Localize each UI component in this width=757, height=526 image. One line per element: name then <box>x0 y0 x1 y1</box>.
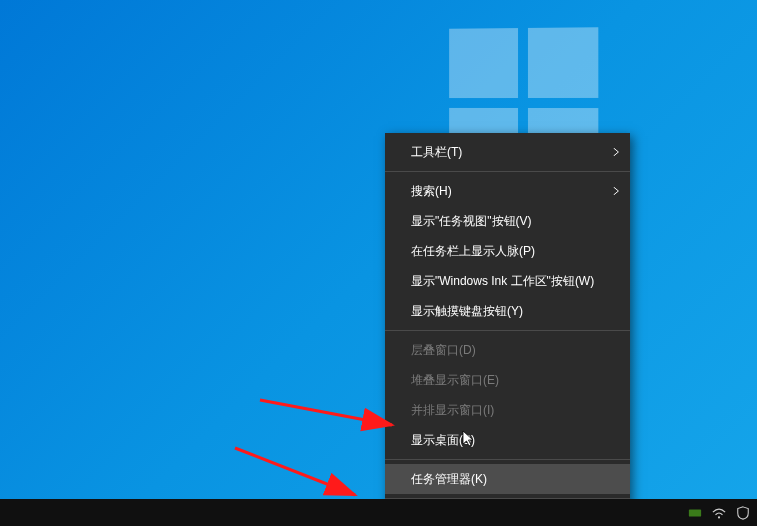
menu-item-label: 显示"Windows Ink 工作区"按钮(W) <box>411 273 594 290</box>
menu-item-label: 堆叠显示窗口(E) <box>411 372 499 389</box>
menu-item-label: 并排显示窗口(I) <box>411 402 494 419</box>
menu-item-label: 显示触摸键盘按钮(Y) <box>411 303 523 320</box>
menu-separator <box>385 171 630 172</box>
desktop[interactable]: 工具栏(T) 搜索(H) 显示"任务视图"按钮(V) 在任务栏上显示人脉(P) … <box>0 0 757 526</box>
menu-item-label: 显示"任务视图"按钮(V) <box>411 213 532 230</box>
chevron-right-icon <box>612 184 620 198</box>
menu-item-cascade-windows: 层叠窗口(D) <box>385 335 630 365</box>
menu-item-show-desktop[interactable]: 显示桌面(S) <box>385 425 630 455</box>
menu-item-show-taskview[interactable]: 显示"任务视图"按钮(V) <box>385 206 630 236</box>
annotation-arrow <box>245 395 385 465</box>
tray-network-icon[interactable] <box>711 505 727 521</box>
menu-item-stacked-windows: 堆叠显示窗口(E) <box>385 365 630 395</box>
menu-item-label: 层叠窗口(D) <box>411 342 476 359</box>
menu-item-label: 搜索(H) <box>411 183 452 200</box>
svg-line-13 <box>235 448 355 495</box>
menu-item-label: 显示桌面(S) <box>411 432 475 449</box>
chevron-right-icon <box>612 145 620 159</box>
menu-item-label: 工具栏(T) <box>411 144 462 161</box>
menu-separator <box>385 330 630 331</box>
menu-item-show-touch-keyboard[interactable]: 显示触摸键盘按钮(Y) <box>385 296 630 326</box>
annotation-arrows-layer <box>0 0 757 526</box>
svg-line-12 <box>260 400 392 425</box>
menu-item-label: 在任务栏上显示人脉(P) <box>411 243 535 260</box>
menu-separator <box>385 459 630 460</box>
tray-nvidia-icon[interactable] <box>687 505 703 521</box>
menu-item-show-people[interactable]: 在任务栏上显示人脉(P) <box>385 236 630 266</box>
svg-point-10 <box>718 516 720 518</box>
menu-item-sidebyside-windows: 并排显示窗口(I) <box>385 395 630 425</box>
menu-item-search[interactable]: 搜索(H) <box>385 176 630 206</box>
menu-item-toolbars[interactable]: 工具栏(T) <box>385 137 630 167</box>
menu-item-show-ink[interactable]: 显示"Windows Ink 工作区"按钮(W) <box>385 266 630 296</box>
menu-item-task-manager[interactable]: 任务管理器(K) <box>385 464 630 494</box>
tray-security-icon[interactable] <box>735 505 751 521</box>
menu-item-label: 任务管理器(K) <box>411 471 487 488</box>
taskbar-context-menu: 工具栏(T) 搜索(H) 显示"任务视图"按钮(V) 在任务栏上显示人脉(P) … <box>385 133 630 526</box>
taskbar[interactable] <box>0 499 757 526</box>
svg-rect-9 <box>689 509 701 516</box>
